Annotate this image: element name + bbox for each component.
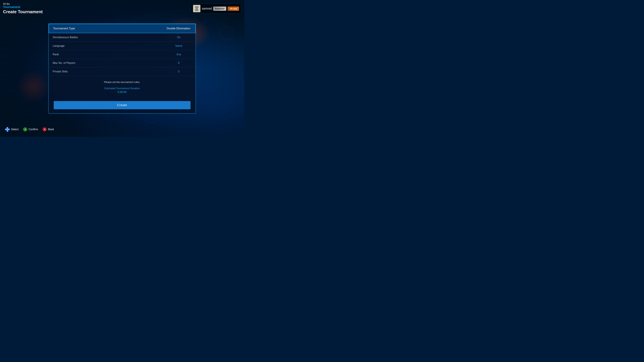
- dpad-icon: [5, 127, 10, 132]
- breadcrumb-page: Create Tournament: [3, 9, 42, 14]
- setting-value-language: Same: [162, 42, 196, 50]
- b-button-icon: B: [42, 127, 46, 131]
- breadcrumb-parent: Tournament: [3, 5, 42, 9]
- setting-label-tournament-type: Tournament Type: [49, 24, 162, 33]
- svg-point-12: [195, 8, 198, 11]
- svg-rect-17: [6, 129, 8, 130]
- settings-table: Tournament Type Double Elimination Simul…: [49, 24, 196, 76]
- info-text: Please set the tournament rules.: [53, 81, 192, 83]
- setting-label-private-slots: Private Slots: [49, 67, 162, 76]
- svg-point-13: [195, 6, 196, 7]
- avatar: [193, 5, 200, 12]
- setting-label-rank: Rank: [49, 50, 162, 59]
- rank-badge-beginner: Beginner: [213, 6, 226, 11]
- bottom-controls: Select A Confirm B Back: [5, 127, 54, 132]
- control-select-label: Select: [11, 128, 18, 131]
- bg-glow-accent-2: [17, 70, 50, 103]
- setting-row-simultaneous-battles[interactable]: Simultaneous Battles On: [49, 33, 196, 42]
- user-name: samred: [202, 7, 212, 10]
- setting-label-language: Language: [49, 42, 162, 50]
- setting-row-max-players[interactable]: Max No. of Players 8: [49, 59, 196, 67]
- rank-badge-kyu: 7th kyu: [228, 6, 239, 11]
- setting-value-simultaneous-battles: On: [162, 33, 196, 41]
- control-confirm-label: Confirm: [28, 128, 38, 131]
- breadcrumb: Tournament Create Tournament: [3, 5, 42, 14]
- control-confirm: A Confirm: [23, 127, 38, 131]
- control-back-label: Back: [48, 128, 54, 131]
- info-section: Please set the tournament rules. Estimat…: [49, 76, 196, 101]
- create-button[interactable]: Create: [54, 101, 190, 109]
- control-select: Select: [5, 127, 18, 132]
- duration-value: 0:40:00: [53, 91, 192, 94]
- setting-label-max-players: Max No. of Players: [49, 59, 162, 67]
- duration-label: Estimated Tournament Duration: [53, 87, 192, 90]
- setting-value-private-slots: 0: [162, 67, 196, 76]
- tournament-settings-panel: Tournament Type Double Elimination Simul…: [48, 23, 196, 114]
- fps-counter: 59 fps: [3, 2, 10, 5]
- setting-value-tournament-type: Double Elimination: [162, 24, 195, 33]
- setting-value-max-players: 8: [162, 59, 196, 67]
- setting-row-rank[interactable]: Rank Any: [49, 50, 196, 59]
- control-back: B Back: [42, 127, 54, 131]
- setting-row-private-slots[interactable]: Private Slots 0: [49, 67, 196, 76]
- setting-row-language[interactable]: Language Same: [49, 42, 196, 50]
- svg-point-14: [197, 6, 198, 7]
- setting-label-simultaneous-battles: Simultaneous Battles: [49, 33, 162, 41]
- setting-row-tournament-type[interactable]: Tournament Type Double Elimination: [49, 24, 196, 33]
- user-profile: samred Beginner 7th kyu: [191, 4, 241, 13]
- a-button-icon: A: [23, 127, 27, 131]
- setting-value-rank: Any: [162, 50, 196, 59]
